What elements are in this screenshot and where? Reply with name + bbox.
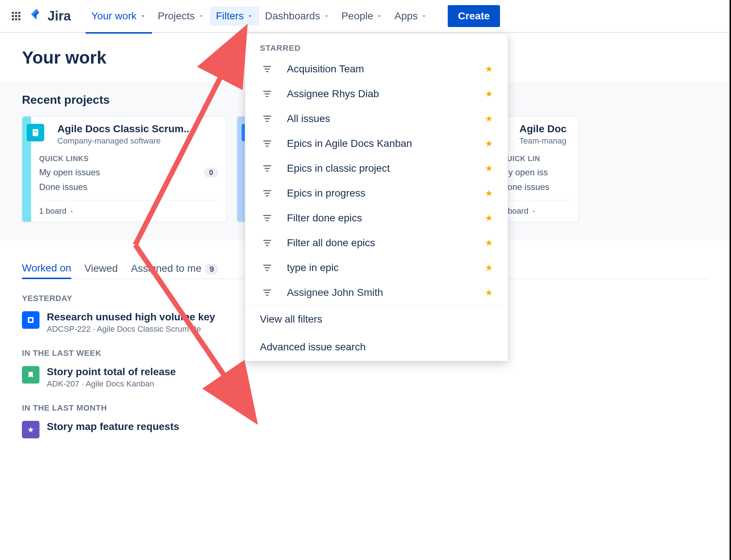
assigned-count-badge: 9 <box>205 264 218 274</box>
my-open-issues-link[interactable]: My open iss <box>501 167 571 178</box>
work-item[interactable]: Story map feature requests <box>22 421 709 438</box>
dropdown-section-label: STARRED <box>245 34 508 57</box>
star-icon[interactable]: ★ <box>485 263 493 273</box>
filter-item[interactable]: Epics in progress★ <box>245 181 508 206</box>
svg-rect-10 <box>34 131 37 132</box>
nav-people[interactable]: People <box>336 7 389 26</box>
star-icon[interactable]: ★ <box>485 213 493 223</box>
filter-name: Assignee John Smith <box>287 287 485 298</box>
viewport-edge <box>730 0 731 560</box>
issue-type-icon <box>22 421 39 438</box>
svg-rect-6 <box>12 18 14 20</box>
project-title: Agile Doc <box>519 123 571 135</box>
work-item[interactable]: Story point total of release ADK-207 · A… <box>22 366 709 389</box>
filter-item[interactable]: Filter all done epics★ <box>245 231 508 255</box>
filter-item[interactable]: Assignee Rhys Diab★ <box>245 81 508 106</box>
quick-links-label: QUICK LIN <box>501 155 571 163</box>
chevron-down-icon <box>376 13 383 19</box>
app-switcher-icon[interactable] <box>9 9 23 23</box>
chevron-down-icon <box>323 13 330 19</box>
project-subtitle: Team-manag <box>519 136 571 146</box>
dropdown-footer: View all filters Advanced issue search <box>245 305 508 361</box>
tab-viewed[interactable]: Viewed <box>84 259 118 278</box>
tab-worked-on[interactable]: Worked on <box>22 259 71 279</box>
view-all-filters-link[interactable]: View all filters <box>245 305 508 333</box>
filter-icon <box>260 238 274 248</box>
done-issues-link[interactable]: Done issues <box>501 182 571 192</box>
filter-item[interactable]: Assignee John Smith★ <box>245 280 508 305</box>
filter-name: Epics in progress <box>287 187 485 199</box>
work-item-title: Story map feature requests <box>47 421 179 433</box>
brand-text: Jira <box>48 8 71 24</box>
done-issues-link[interactable]: Done issues <box>39 182 218 192</box>
filter-item[interactable]: Epics in Agile Docs Kanban★ <box>245 131 508 156</box>
nav-your-work[interactable]: Your work <box>86 7 152 26</box>
star-icon[interactable]: ★ <box>485 188 493 198</box>
filter-icon <box>260 213 274 223</box>
chevron-down-icon <box>531 209 537 214</box>
star-icon[interactable]: ★ <box>485 89 493 99</box>
project-icon <box>27 124 44 141</box>
group-last-month: IN THE LAST MONTH <box>22 403 709 413</box>
filter-icon <box>260 64 274 74</box>
star-icon[interactable]: ★ <box>485 287 493 298</box>
star-icon[interactable]: ★ <box>485 163 493 174</box>
my-open-issues-link[interactable]: My open issues0 <box>39 167 218 178</box>
star-icon[interactable]: ★ <box>485 238 493 248</box>
filter-item[interactable]: Acquisition Team★ <box>245 57 508 81</box>
tab-assigned[interactable]: Assigned to me9 <box>131 259 218 278</box>
nav-items: Your work Projects Filters Dashboards Pe… <box>86 5 500 27</box>
advanced-issue-search-link[interactable]: Advanced issue search <box>245 333 508 361</box>
quick-links-label: QUICK LINKS <box>39 155 218 163</box>
work-item-meta: ADK-207 · Agile Docs Kanban <box>47 379 176 389</box>
issue-type-icon <box>22 366 39 384</box>
issue-type-icon <box>22 311 39 329</box>
svg-rect-0 <box>12 12 14 14</box>
svg-rect-4 <box>15 15 17 17</box>
dropdown-items: Acquisition Team★Assignee Rhys Diab★All … <box>245 57 508 305</box>
svg-rect-13 <box>29 319 32 321</box>
svg-rect-7 <box>15 18 17 20</box>
svg-rect-5 <box>18 15 20 17</box>
svg-rect-8 <box>18 18 20 20</box>
nav-filters[interactable]: Filters <box>210 7 259 26</box>
chevron-down-icon <box>247 13 253 19</box>
filter-name: Filter all done epics <box>287 237 485 249</box>
top-nav: Jira Your work Projects Filters Dashboar… <box>0 0 731 33</box>
create-button[interactable]: Create <box>448 5 500 27</box>
chevron-down-icon <box>69 209 75 214</box>
filter-name: Epics in classic project <box>287 163 485 174</box>
chevron-down-icon <box>421 13 427 19</box>
filters-dropdown: STARRED Acquisition Team★Assignee Rhys D… <box>245 34 508 361</box>
filter-icon <box>260 163 274 174</box>
project-card[interactable]: Agile Docs Classic Scrum... Company-mana… <box>22 116 227 222</box>
filter-icon <box>260 138 274 149</box>
filter-name: Filter done epics <box>287 212 485 224</box>
filter-name: All issues <box>287 113 485 125</box>
star-icon[interactable]: ★ <box>485 114 493 124</box>
star-icon[interactable]: ★ <box>485 64 493 74</box>
filter-item[interactable]: Filter done epics★ <box>245 206 508 231</box>
board-selector[interactable]: 1 board <box>39 200 218 222</box>
filter-icon <box>260 263 274 273</box>
work-item-meta: ADCSP-222 · Agile Docs Classic Scrum Pe <box>47 324 215 334</box>
filter-name: Epics in Agile Docs Kanban <box>287 138 485 149</box>
filter-name: Acquisition Team <box>287 63 485 75</box>
nav-projects[interactable]: Projects <box>152 7 210 26</box>
nav-dashboards[interactable]: Dashboards <box>259 7 336 26</box>
filter-item[interactable]: Epics in classic project★ <box>245 156 508 181</box>
filter-name: type in epic <box>287 262 485 274</box>
board-selector[interactable]: 1 board <box>501 200 571 222</box>
filter-item[interactable]: type in epic★ <box>245 255 508 280</box>
filter-name: Assignee Rhys Diab <box>287 88 485 100</box>
jira-logo[interactable]: Jira <box>29 8 71 24</box>
filter-icon <box>260 287 274 298</box>
filter-icon <box>260 89 274 99</box>
nav-apps[interactable]: Apps <box>389 7 433 26</box>
filter-item[interactable]: All issues★ <box>245 106 508 131</box>
star-icon[interactable]: ★ <box>485 138 493 149</box>
project-subtitle: Company-managed software <box>57 136 218 146</box>
filter-icon <box>260 188 274 198</box>
svg-rect-2 <box>18 12 20 14</box>
work-item-title: Story point total of release <box>47 366 176 378</box>
